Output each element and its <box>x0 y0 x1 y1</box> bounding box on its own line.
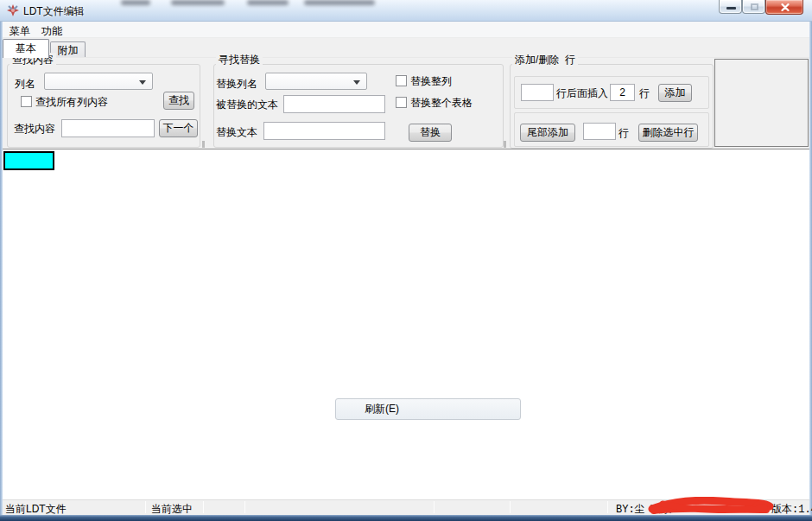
replace-column-combobox[interactable] <box>265 73 367 90</box>
column-name-label: 列名 <box>15 77 35 92</box>
append-to-end-button[interactable]: 尾部添加 <box>520 124 575 142</box>
replace-text-input[interactable] <box>263 122 385 140</box>
title-bar: LDT文件编辑 <box>0 0 812 22</box>
replaced-text-input[interactable] <box>283 95 385 113</box>
author-label: BY:尘 <box>616 502 645 517</box>
splitter-grip[interactable] <box>504 141 506 148</box>
splitter-grip[interactable] <box>202 141 205 148</box>
maximize-icon <box>751 3 758 10</box>
window-title: LDT文件编辑 <box>23 4 85 19</box>
add-button[interactable]: 添加 <box>658 84 692 102</box>
selected-grid-cell[interactable] <box>3 151 54 170</box>
replaced-text-label: 被替换的文本 <box>216 98 278 112</box>
menu-bar: 菜单 功能 <box>3 22 809 38</box>
close-button[interactable] <box>765 0 803 15</box>
empty-side-panel <box>714 59 809 147</box>
rows-unit-label: 行 <box>639 86 650 101</box>
version-label: 版本:1.4 <box>771 502 812 517</box>
find-button[interactable]: 查找 <box>163 92 194 110</box>
tabpage-top-edge <box>3 57 809 58</box>
data-grid-area <box>3 149 809 499</box>
insert-count-input[interactable] <box>610 84 635 101</box>
replace-whole-table-checkbox[interactable] <box>396 97 407 108</box>
current-file-label: 当前LDT文件 <box>5 502 67 517</box>
status-divider <box>607 501 608 513</box>
glass-reflection <box>121 0 150 5</box>
chevron-down-icon <box>353 80 360 85</box>
search-all-columns-label: 查找所有列内容 <box>35 95 108 110</box>
glass-reflection <box>247 0 289 5</box>
glass-reflection <box>304 0 375 5</box>
status-divider <box>145 501 146 513</box>
tab-basic[interactable]: 基本 <box>3 39 49 58</box>
chevron-down-icon <box>139 80 146 85</box>
minimize-icon <box>726 7 736 10</box>
find-content-label: 查找内容 <box>14 122 55 137</box>
find-column-combobox[interactable] <box>44 73 153 90</box>
add-delete-rows-title: 添加/删除 行 <box>512 53 578 67</box>
refresh-button[interactable]: 刷新(E) <box>335 398 521 420</box>
delete-rows-unit-label: 行 <box>619 126 629 141</box>
replace-button[interactable]: 替换 <box>409 124 452 142</box>
current-selected-label: 当前选中 <box>151 502 193 517</box>
search-all-columns-checkbox[interactable] <box>21 96 32 107</box>
insert-after-label: 行后面插入 <box>556 86 608 101</box>
next-button[interactable]: 下一个 <box>159 119 198 137</box>
status-divider <box>203 501 204 513</box>
replace-whole-column-label: 替换整列 <box>410 74 452 89</box>
menu-item-menu[interactable]: 菜单 <box>7 23 33 40</box>
replace-column-label: 替换列名 <box>216 77 257 92</box>
status-divider <box>510 501 511 513</box>
replace-text-label: 替换文本 <box>216 125 257 140</box>
app-icon <box>6 3 20 17</box>
delete-selected-rows-button[interactable]: 删除选中行 <box>638 124 698 142</box>
minimize-button[interactable] <box>719 0 742 14</box>
close-icon <box>781 3 790 11</box>
find-content-input[interactable] <box>61 119 155 137</box>
replace-whole-table-label: 替换整个表格 <box>410 96 473 111</box>
delete-count-input[interactable] <box>583 123 616 140</box>
menu-item-function[interactable]: 功能 <box>39 23 65 40</box>
maximize-button[interactable] <box>742 0 765 14</box>
replace-group-title: 寻找替换 <box>216 53 263 67</box>
status-divider <box>244 501 245 513</box>
status-divider <box>434 501 435 513</box>
replace-whole-column-checkbox[interactable] <box>396 75 407 86</box>
red-scribble-redaction <box>645 497 777 517</box>
glass-reflection <box>171 0 225 5</box>
insert-after-row-input[interactable] <box>521 84 554 101</box>
